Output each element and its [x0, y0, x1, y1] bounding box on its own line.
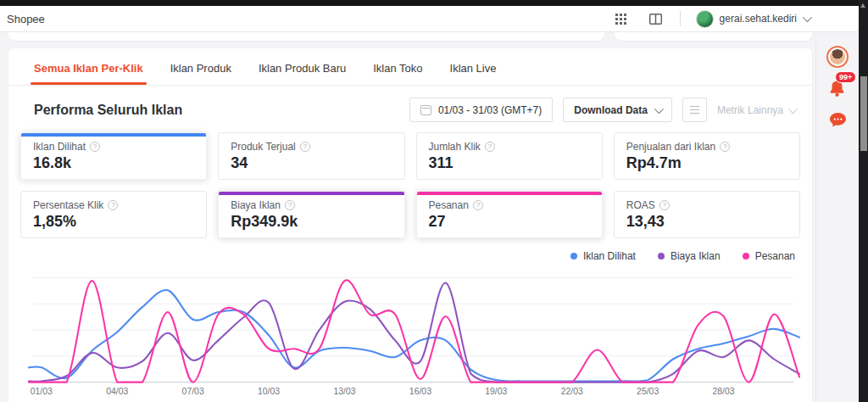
legend-label: Pesanan	[755, 250, 795, 262]
floating-profile-avatar[interactable]	[826, 46, 849, 68]
metric-accent-bar	[417, 192, 602, 195]
date-range-picker[interactable]: 01/03 - 31/03 (GMT+7)	[409, 98, 553, 122]
list-view-button[interactable]	[682, 98, 707, 122]
metric-label: Penjualan dari Iklan	[626, 141, 715, 153]
question-icon[interactable]: ?	[108, 200, 118, 210]
download-data-button[interactable]: Download Data	[563, 98, 672, 122]
scrolled-card-remnant-left	[8, 32, 604, 41]
metric-value: Rp349.9k	[231, 213, 392, 231]
x-tick-label: 28/03	[713, 387, 735, 396]
chevron-down-icon	[803, 13, 812, 22]
metric-value: 311	[429, 154, 590, 172]
tab-iklan-produk[interactable]: Iklan Produk	[170, 62, 231, 85]
series-line-pesanan	[29, 280, 799, 382]
tab-semua-iklan-per-klik[interactable]: Semua Iklan Per-Klik	[34, 62, 143, 85]
apps-grid-icon[interactable]	[614, 12, 628, 26]
panel-header: Performa Seluruh Iklan 01/03 - 31/03 (GM…	[34, 98, 795, 122]
legend-dot-icon	[570, 253, 577, 260]
metric-card-iklan-dilihat[interactable]: Iklan Dilihat?16.8k	[20, 132, 207, 180]
metric-card-biaya-iklan[interactable]: Biaya Iklan?Rp349.9k	[218, 191, 404, 238]
x-tick-label: 07/03	[182, 387, 204, 396]
tab-iklan-toko[interactable]: Iklan Toko	[373, 62, 422, 85]
legend-dot-icon	[658, 253, 665, 260]
metric-card-roas[interactable]: ROAS?13,43	[614, 191, 800, 238]
metric-label-row: Iklan Dilihat?	[33, 141, 194, 153]
legend-item-biaya-iklan[interactable]: Biaya Iklan	[658, 250, 721, 262]
metric-label-row: ROAS?	[626, 199, 787, 211]
chart-legend: Iklan DilihatBiaya IklanPesanan	[25, 250, 795, 262]
question-icon[interactable]: ?	[473, 200, 483, 210]
metric-card-pesanan[interactable]: Pesanan?27	[416, 191, 603, 238]
chat-icon[interactable]	[829, 112, 847, 128]
metric-label: Jumlah Klik	[429, 141, 481, 153]
tab-iklan-live[interactable]: Iklan Live	[450, 62, 497, 85]
metric-label: Iklan Dilihat	[33, 141, 86, 153]
question-icon[interactable]: ?	[720, 142, 730, 152]
legend-item-iklan-dilihat[interactable]: Iklan Dilihat	[570, 250, 636, 262]
question-icon[interactable]: ?	[90, 142, 100, 152]
scrollbar-thumb[interactable]	[860, 76, 867, 151]
metric-label: Persentase Klik	[33, 199, 103, 211]
x-tick-label: 19/03	[485, 387, 507, 396]
metric-accent-bar	[21, 133, 206, 137]
metric-card-persentase-klik[interactable]: Persentase Klik?1,85%	[20, 191, 207, 238]
metric-accent-bar	[219, 192, 403, 195]
window-top-strip	[0, 0, 868, 6]
tab-bar: Semua Iklan Per-KlikIklan ProdukIklan Pr…	[8, 48, 812, 86]
account-avatar	[696, 10, 714, 28]
metric-label-row: Persentase Klik?	[33, 199, 194, 211]
scrolled-card-remnant-right	[615, 32, 812, 41]
scrollbar[interactable]	[859, 0, 868, 402]
metric-card-grid: Iklan Dilihat?16.8kProduk Terjual?34Juml…	[20, 132, 800, 238]
metric-card-jumlah-klik[interactable]: Jumlah Klik?311	[416, 132, 603, 180]
topbar-divider	[680, 11, 681, 26]
chart-canvas[interactable]: 01/0304/0307/0310/0313/0316/0319/0322/03…	[20, 265, 800, 401]
metric-value: 13,43	[626, 213, 787, 231]
chevron-down-icon	[654, 103, 664, 113]
legend-label: Biaya Iklan	[670, 250, 721, 262]
brand-label: Shopee	[7, 13, 45, 25]
notification-badge: 99+	[835, 71, 856, 83]
question-icon[interactable]: ?	[659, 200, 670, 210]
x-tick-label: 01/03	[31, 387, 53, 396]
chevron-down-icon	[788, 103, 798, 113]
x-tick-label: 22/03	[561, 387, 583, 396]
scroll-up-arrow[interactable]	[860, 3, 865, 8]
series-line-biaya-iklan	[29, 283, 799, 382]
education-book-icon[interactable]	[648, 12, 663, 26]
right-rail-divider	[815, 41, 816, 402]
x-tick-label: 16/03	[409, 387, 431, 396]
metric-value: Rp4.7m	[626, 154, 787, 172]
question-icon[interactable]: ?	[485, 142, 495, 152]
metric-label-row: Jumlah Klik?	[429, 141, 590, 153]
topbar: Shopee gerai.sehat.kediri	[0, 6, 859, 32]
ads-performance-panel: Semua Iklan Per-KlikIklan ProdukIklan Pr…	[8, 48, 812, 402]
more-metrics-label: Metrik Lainnya	[717, 104, 783, 116]
metric-label-row: Produk Terjual?	[231, 141, 392, 153]
question-icon[interactable]: ?	[285, 200, 295, 210]
x-tick-label: 04/03	[106, 387, 128, 396]
question-icon[interactable]: ?	[300, 142, 310, 152]
legend-dot-icon	[743, 253, 749, 260]
download-data-label: Download Data	[574, 104, 648, 116]
metric-card-produk-terjual[interactable]: Produk Terjual?34	[218, 132, 404, 180]
account-menu[interactable]: gerai.sehat.kediri	[696, 10, 810, 28]
legend-item-pesanan[interactable]: Pesanan	[743, 250, 795, 262]
date-range-value: 01/03 - 31/03 (GMT+7)	[438, 104, 542, 116]
more-metrics-dropdown[interactable]: Metrik Lainnya	[717, 104, 795, 116]
tab-iklan-produk-baru[interactable]: Iklan Produk Baru	[259, 62, 346, 85]
performance-chart[interactable]: 01/0304/0307/0310/0313/0316/0319/0322/03…	[20, 265, 800, 402]
metric-label-row: Penjualan dari Iklan?	[626, 141, 787, 153]
metric-value: 16.8k	[33, 154, 194, 172]
metric-value: 1,85%	[33, 213, 194, 231]
metric-label: ROAS	[626, 199, 655, 211]
x-tick-label: 25/03	[637, 387, 659, 396]
metric-label-row: Biaya Iklan?	[231, 199, 392, 211]
metric-label-row: Pesanan?	[429, 199, 590, 211]
metric-label: Produk Terjual	[231, 141, 296, 153]
metric-card-penjualan-dari-iklan[interactable]: Penjualan dari Iklan?Rp4.7m	[614, 132, 800, 180]
menu-icon	[690, 106, 699, 114]
x-tick-label: 10/03	[258, 387, 280, 396]
calendar-icon	[420, 105, 431, 115]
metric-value: 34	[231, 154, 392, 172]
